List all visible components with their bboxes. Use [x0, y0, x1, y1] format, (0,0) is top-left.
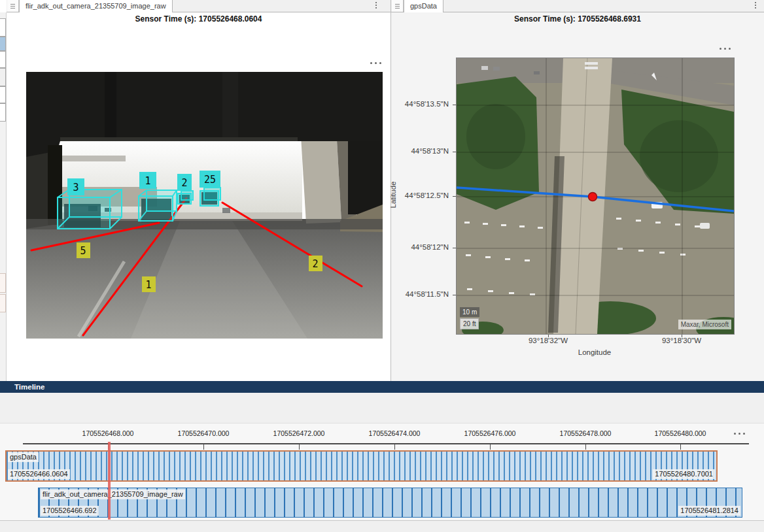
camera-sensor-time: Sensor Time (s): 1705526468.0604 — [7, 14, 391, 24]
axis-tickmark — [680, 444, 681, 450]
camera-track-start: 1705526466.692 — [41, 506, 99, 516]
rail-cell[interactable] — [0, 103, 6, 122]
map-scale-metric: 10 m — [460, 307, 479, 317]
camera-track-end: 1705526481.2814 — [678, 506, 740, 516]
axis-tickmark — [394, 444, 395, 450]
map-scale-imperial: 20 ft — [460, 318, 479, 329]
timeline-axis[interactable] — [23, 443, 749, 444]
gps-track[interactable]: gpsData 1705526466.0604 1705526480.7001 — [5, 450, 718, 482]
camera-tab[interactable]: flir_adk_out_camera_21355709_image_raw — [19, 0, 173, 12]
axis-tickmark — [585, 444, 586, 450]
lat-tick-2: 44°58'12.5"N — [387, 191, 449, 199]
rail-cell[interactable] — [0, 51, 6, 68]
axis-tick-5: 1705526478.000 — [549, 429, 621, 437]
camera-tab-label: flir_adk_out_camera_21355709_image_raw — [26, 2, 166, 10]
rail-cell[interactable] — [0, 18, 6, 37]
map-attribution: Maxar, Microsoft — [678, 320, 731, 329]
camera-image: 3 1 2 25 5 1 2 — [26, 72, 383, 339]
lat-tick-1: 44°58'13"N — [387, 147, 449, 155]
gps-track-end: 1705526480.7001 — [653, 469, 715, 479]
lane-id-1: 1 — [145, 279, 151, 291]
lat-tick-4: 44°58'11.5"N — [387, 290, 449, 298]
rosbag-viewer-window: flir_adk_out_camera_21355709_image_raw g… — [0, 0, 764, 532]
rail-cell[interactable] — [0, 68, 6, 86]
gps-tab[interactable]: gpsData — [404, 0, 443, 12]
timeline-footer — [0, 520, 764, 532]
box-id-1: 1 — [145, 175, 150, 187]
axis-tick-6: 1705526480.000 — [644, 429, 716, 437]
lat-tick-0: 44°58'13.5"N — [387, 100, 449, 108]
lane-id-5: 5 — [80, 245, 86, 257]
rail-cell[interactable] — [0, 294, 6, 312]
gps-tab-label: gpsData — [410, 2, 437, 10]
axis-tick-0: 1705526468.000 — [72, 429, 144, 437]
camera-panel-menu-icon[interactable] — [373, 2, 379, 8]
timeline-playhead[interactable] — [108, 442, 111, 520]
axis-tick-2: 1705526472.000 — [263, 429, 335, 437]
timeline-options-icon[interactable] — [734, 433, 745, 435]
camera-track-name: flir_adk_out_camera_21355709_image_raw — [41, 490, 185, 499]
gps-current-position-marker — [589, 193, 597, 201]
box-id-25: 25 — [204, 174, 216, 186]
satellite-map — [457, 58, 734, 334]
map-view[interactable]: 10 m 20 ft Maxar, Microsoft — [456, 58, 735, 335]
axis-tick-4: 1705526476.000 — [454, 429, 526, 437]
timeline-title: Timeline — [14, 383, 44, 391]
box-id-3: 3 — [73, 182, 78, 193]
lat-tick-3: 44°58'12"N — [387, 243, 449, 251]
rail-cell[interactable] — [0, 86, 6, 103]
camera-track[interactable]: flir_adk_out_camera_21355709_image_raw 1… — [38, 488, 742, 518]
map-xlabel: Longitude — [562, 348, 627, 356]
rail-cell[interactable] — [0, 273, 6, 293]
panel-grip-icon[interactable] — [7, 0, 19, 12]
gps-panel-tabbar: gpsData — [391, 0, 764, 12]
axis-tick-1: 1705526470.000 — [167, 429, 239, 437]
axis-tick-3: 1705526474.000 — [358, 429, 430, 437]
panel-grip-icon[interactable] — [392, 0, 404, 12]
gps-track-name: gpsData — [8, 452, 39, 462]
timeline-controls: Current Time (s) Format numeric ▼ — [0, 393, 764, 424]
lon-tick-1: 93°18'30"W — [649, 337, 714, 344]
gps-sensor-time: Sensor Time (s): 1705526468.6931 — [391, 14, 764, 24]
camera-panel-tabbar: flir_adk_out_camera_21355709_image_raw — [7, 0, 391, 12]
timeline-header: Timeline — [0, 381, 764, 393]
gps-track-start: 1705526466.0604 — [8, 469, 70, 479]
camera-view[interactable]: 3 1 2 25 5 1 2 — [26, 72, 383, 339]
lon-tick-0: 93°18'32"W — [515, 337, 581, 344]
camera-options-icon[interactable] — [370, 62, 381, 64]
lane-id-2: 2 — [312, 258, 318, 270]
box-id-2: 2 — [181, 177, 187, 189]
gps-options-icon[interactable] — [720, 48, 731, 50]
rail-cell-selected[interactable] — [0, 37, 6, 51]
axis-tickmark — [299, 444, 300, 450]
timeline-body[interactable]: 1705526468.000 1705526470.000 1705526472… — [0, 424, 764, 520]
axis-tickmark — [490, 444, 491, 450]
axis-tickmark — [203, 444, 204, 450]
gps-panel-menu-icon[interactable] — [752, 2, 759, 8]
